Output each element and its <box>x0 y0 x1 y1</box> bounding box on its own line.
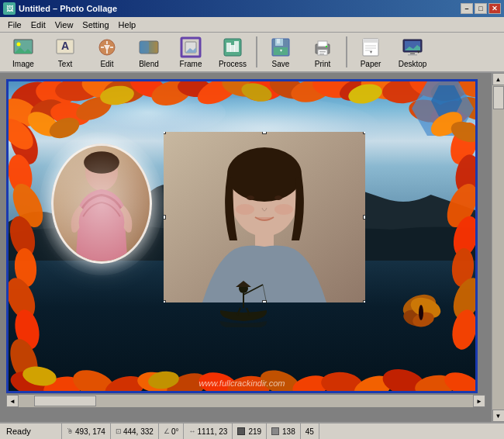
angle-icon: ∠ <box>164 427 170 435</box>
menu-view[interactable]: View <box>50 19 78 31</box>
handle-tr[interactable] <box>363 132 365 134</box>
process-button[interactable]: Process <box>212 33 253 71</box>
svg-rect-40 <box>410 52 415 54</box>
status-coords: 🖱 493, 174 <box>62 423 111 439</box>
svg-text:▾: ▾ <box>280 48 282 53</box>
text-icon: A <box>53 36 78 58</box>
edit-label: Edit <box>100 60 113 68</box>
handle-tl[interactable] <box>164 132 166 134</box>
scroll-left-btn[interactable]: ◄ <box>6 395 19 407</box>
blend-icon <box>136 36 161 58</box>
coords-icon: 🖱 <box>67 427 74 435</box>
svg-rect-22 <box>277 39 280 43</box>
save-label: Save <box>272 60 290 68</box>
edit-button[interactable]: Edit <box>87 33 127 71</box>
svg-rect-12 <box>140 41 149 54</box>
menu-setting[interactable]: Setting <box>78 19 113 31</box>
print-icon <box>310 36 335 58</box>
status-color1: 219 <box>233 423 267 439</box>
photo1-portrait[interactable] <box>51 143 152 264</box>
color2-swatch <box>271 427 279 435</box>
app-icon: 🖼 <box>3 2 16 15</box>
maximize-button[interactable]: □ <box>475 3 487 14</box>
photo2-portrait[interactable] <box>164 132 365 302</box>
h-scrollbar[interactable]: ◄ ► <box>6 395 485 407</box>
frame-icon <box>178 36 203 58</box>
watermark: www.fullcrackindir.com <box>199 379 285 388</box>
process-icon <box>220 36 245 58</box>
svg-rect-28 <box>319 51 326 53</box>
blend-label: Blend <box>139 60 159 68</box>
handle-br[interactable] <box>363 300 365 302</box>
save-icon: ▾ <box>268 36 293 58</box>
window-title: Untitled – Photo Collage <box>19 4 117 13</box>
toolbar: Image A Text Edit <box>0 33 504 73</box>
handle-bl[interactable] <box>164 300 166 302</box>
minimize-button[interactable]: – <box>461 3 473 14</box>
svg-line-132 <box>263 285 267 304</box>
print-label: Print <box>315 60 331 68</box>
status-angle: ∠ 0° <box>159 423 185 439</box>
menu-edit[interactable]: Edit <box>26 19 50 31</box>
menu-bar: File Edit View Setting Help <box>0 17 504 33</box>
handle-mr[interactable] <box>363 215 365 220</box>
text-button[interactable]: A Text <box>45 33 85 71</box>
canvas-container[interactable]: www.fullcrackindir.com ◄ ► <box>0 73 492 422</box>
svg-rect-30 <box>326 46 327 47</box>
window-controls[interactable]: – □ ✕ <box>461 3 501 14</box>
h-scroll-thumb[interactable] <box>34 396 96 406</box>
svg-rect-32 <box>363 39 378 43</box>
desktop-label: Desktop <box>399 60 427 68</box>
image-label: Image <box>12 60 34 68</box>
paper-button[interactable]: ▾ Paper <box>350 33 391 71</box>
status-bar: Ready 🖱 493, 174 ⊡ 444, 332 ∠ 0° ↔ 1111,… <box>0 422 504 439</box>
desktop-button[interactable]: ▾ Desktop <box>392 33 433 71</box>
main-area: www.fullcrackindir.com ◄ ► ▲ ▼ <box>0 73 504 422</box>
title-bar-left: 🖼 Untitled – Photo Collage <box>3 2 117 15</box>
svg-rect-41 <box>408 54 417 56</box>
scroll-up-btn[interactable]: ▲ <box>492 73 505 85</box>
svg-text:▾: ▾ <box>370 50 372 54</box>
svg-point-51 <box>247 195 254 200</box>
handle-tm[interactable] <box>262 132 267 134</box>
frame-button[interactable]: Frame <box>171 33 211 71</box>
image-button[interactable]: Image <box>3 33 43 71</box>
photo1-content <box>54 146 150 261</box>
status-value: 45 <box>301 423 319 439</box>
v-scroll-track[interactable] <box>492 85 505 410</box>
status-ready: Ready <box>0 423 62 439</box>
title-bar: 🖼 Untitled – Photo Collage – □ ✕ <box>0 0 504 17</box>
handle-ml[interactable] <box>164 215 166 220</box>
color1-swatch <box>237 427 245 435</box>
svg-rect-26 <box>318 41 327 47</box>
status-color2: 138 <box>267 423 301 439</box>
svg-point-52 <box>274 195 282 200</box>
menu-file[interactable]: File <box>3 19 26 31</box>
svg-point-53 <box>236 204 254 215</box>
menu-help[interactable]: Help <box>114 19 141 31</box>
process-label: Process <box>219 60 247 68</box>
print-button[interactable]: Print <box>302 33 343 71</box>
svg-point-1 <box>17 42 21 46</box>
h-scroll-track[interactable] <box>19 395 473 407</box>
paper-icon: ▾ <box>358 36 383 58</box>
close-button[interactable]: ✕ <box>488 3 501 14</box>
svg-point-45 <box>54 147 150 261</box>
status-dimensions: ⊡ 444, 332 <box>111 423 159 439</box>
svg-rect-19 <box>230 45 235 52</box>
status-size: ↔ 1111, 23 <box>184 423 233 439</box>
toolbar-sep-2 <box>346 36 347 67</box>
save-button[interactable]: ▾ Save <box>261 33 301 71</box>
desktop-icon: ▾ <box>400 36 425 58</box>
blend-button[interactable]: Blend <box>129 33 169 71</box>
dimensions-icon: ⊡ <box>116 427 122 435</box>
image-icon <box>11 36 36 58</box>
collage-canvas[interactable]: www.fullcrackindir.com <box>6 79 478 393</box>
scroll-right-btn[interactable]: ► <box>473 395 485 407</box>
paper-label: Paper <box>361 60 381 68</box>
v-scrollbar[interactable]: ▲ ▼ <box>492 73 504 422</box>
svg-point-54 <box>274 204 293 215</box>
v-scroll-thumb[interactable] <box>493 86 504 109</box>
scroll-down-btn[interactable]: ▼ <box>492 410 505 422</box>
boat-silhouette <box>205 281 282 329</box>
